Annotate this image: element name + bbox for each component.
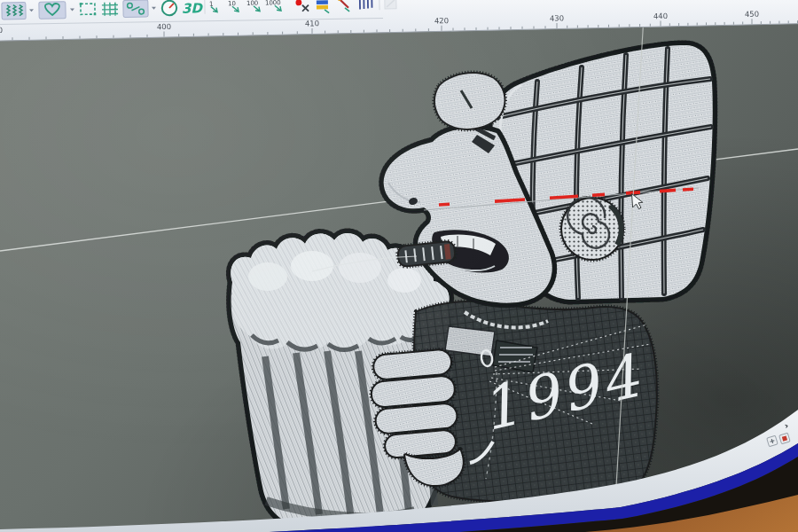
ruler-label: 420	[434, 16, 449, 25]
ruler-label: 390	[0, 26, 3, 35]
3d-view-icon[interactable]: 3D	[182, 0, 204, 16]
svg-text:1000: 1000	[265, 0, 281, 7]
svg-text:100: 100	[246, 0, 259, 7]
ruler-label: 430	[550, 13, 564, 22]
scroll-button-left[interactable]	[767, 435, 778, 446]
grid-toggle-icon[interactable]	[102, 3, 118, 16]
ruler-label: 400	[157, 22, 171, 31]
scroll-button-right[interactable]	[779, 433, 790, 443]
monitor-photo: 1994	[0, 0, 798, 532]
heart-motif-icon[interactable]	[39, 2, 66, 20]
stopwatch-icon[interactable]	[162, 0, 177, 15]
ruler-label: 410	[305, 19, 319, 27]
svg-text:10: 10	[228, 0, 236, 7]
inactive-tool-icon[interactable]	[385, 0, 396, 9]
screen-glare	[0, 0, 798, 532]
stitch-density-icon[interactable]	[2, 2, 26, 19]
connectors-icon[interactable]	[123, 0, 148, 17]
ruler-label: 450	[745, 10, 759, 19]
ruler-label: 440	[653, 12, 668, 20]
